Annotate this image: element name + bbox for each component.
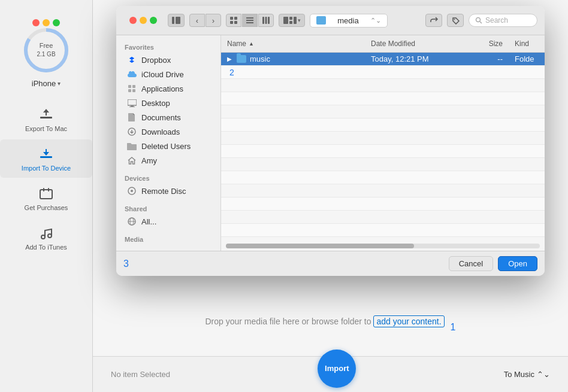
- sort-indicator: ▲: [249, 41, 254, 47]
- sidebar-item-add-to-itunes[interactable]: Add To iTunes: [0, 218, 92, 257]
- list-view-icon: [246, 17, 253, 24]
- file-rows-container: ▶ music Today, 12:21 PM -- Folde: [221, 53, 545, 241]
- sidebar-item-get-purchases[interactable]: Get Purchases: [0, 179, 92, 217]
- desktop-icon: [127, 98, 137, 108]
- svg-rect-11: [43, 188, 44, 192]
- svg-text:Free: Free: [40, 42, 53, 49]
- svg-rect-4: [40, 117, 52, 118]
- share-button[interactable]: [425, 14, 442, 27]
- nav-buttons: ‹ ›: [189, 14, 221, 27]
- location-bar[interactable]: media ⌃⌄: [310, 14, 388, 28]
- all-label: All...: [141, 217, 156, 226]
- sidebar-item-documents[interactable]: Documents: [119, 110, 218, 124]
- close-traffic-light[interactable]: [32, 19, 40, 26]
- svg-rect-16: [176, 17, 180, 24]
- file-row-empty-8[interactable]: [221, 145, 545, 158]
- file-row-empty-9[interactable]: [221, 158, 545, 171]
- modified-column-header[interactable]: Date Modified: [365, 38, 473, 50]
- svg-rect-23: [246, 22, 253, 23]
- svg-rect-7: [40, 156, 52, 158]
- back-button[interactable]: ‹: [189, 14, 205, 27]
- file-open-dialog: ‹ ›: [116, 6, 545, 276]
- folder-arrow-icon: ▶: [227, 56, 233, 62]
- svg-rect-21: [246, 17, 253, 19]
- file-row-music[interactable]: ▶ music Today, 12:21 PM -- Folde: [221, 53, 545, 66]
- dialog-search-bar[interactable]: Search: [469, 14, 537, 27]
- sidebar-item-remote-disc[interactable]: Remote Disc: [119, 184, 218, 198]
- svg-rect-25: [265, 17, 267, 24]
- dialog-minimize-button[interactable]: [140, 17, 147, 24]
- list-view-button[interactable]: [242, 14, 258, 27]
- devices-section-title: Devices: [116, 171, 220, 184]
- search-icon: [475, 17, 482, 24]
- minimize-traffic-light[interactable]: [43, 19, 50, 26]
- file-row-empty-3[interactable]: [221, 79, 545, 92]
- annotation-2-number: 2: [227, 68, 234, 77]
- svg-rect-15: [172, 17, 174, 24]
- sidebar-item-all[interactable]: All...: [119, 214, 218, 229]
- file-row-empty-14[interactable]: [221, 224, 545, 237]
- location-folder-icon: [316, 16, 326, 25]
- column-view-button[interactable]: [258, 14, 274, 27]
- location-chevron-icon: ⌃⌄: [370, 17, 381, 25]
- horizontal-scrollbar[interactable]: [226, 244, 540, 248]
- device-name[interactable]: iPhone ▾: [32, 79, 61, 88]
- svg-rect-19: [230, 21, 233, 24]
- main-content-area: ‹ ›: [93, 0, 568, 392]
- sidebar-item-icloud-drive[interactable]: iCloud Drive: [119, 67, 218, 81]
- kind-column-header[interactable]: Kind: [509, 38, 545, 50]
- panel-toggle-button[interactable]: [168, 14, 185, 27]
- dialog-close-button[interactable]: [129, 17, 137, 24]
- file-row-empty-7[interactable]: [221, 132, 545, 145]
- icloud-label: iCloud Drive: [141, 70, 184, 79]
- svg-rect-12: [48, 188, 49, 192]
- sidebar-item-amy[interactable]: Amy: [119, 153, 218, 168]
- import-to-device-label: Import To Device: [22, 165, 71, 172]
- tag-button[interactable]: [447, 14, 464, 27]
- file-row-empty-13[interactable]: [221, 211, 545, 224]
- forward-button[interactable]: ›: [206, 14, 221, 27]
- import-icon: [38, 145, 55, 162]
- open-button[interactable]: Open: [498, 256, 537, 271]
- applications-icon: [127, 84, 137, 93]
- scrollbar-thumb[interactable]: [226, 244, 414, 248]
- dialog-zoom-button[interactable]: [150, 17, 157, 24]
- sidebar-item-deleted-users[interactable]: Deleted Users: [119, 139, 218, 153]
- music-folder-icon: [237, 55, 246, 63]
- file-row-empty-12[interactable]: [221, 197, 545, 211]
- file-row-2[interactable]: 2: [221, 66, 545, 79]
- file-row-empty-4[interactable]: [221, 92, 545, 105]
- file-row-empty-11[interactable]: [221, 184, 545, 197]
- downloads-label: Downloads: [141, 127, 180, 136]
- add-to-itunes-label: Add To iTunes: [25, 244, 67, 251]
- cancel-button[interactable]: Cancel: [449, 256, 493, 271]
- sidebar-item-downloads[interactable]: Downloads: [119, 124, 218, 139]
- file-dialog-overlay: ‹ ›: [93, 0, 568, 392]
- get-purchases-label: Get Purchases: [25, 204, 68, 211]
- applications-label: Applications: [141, 84, 183, 93]
- icon-view-button[interactable]: [226, 14, 241, 27]
- gallery-view-button[interactable]: ▾: [279, 14, 305, 27]
- export-to-mac-label: Export To Mac: [25, 125, 67, 132]
- sidebar-item-applications[interactable]: Applications: [119, 81, 218, 96]
- sidebar-item-import-to-device[interactable]: Import To Device: [0, 139, 92, 178]
- file-row-empty-6[interactable]: [221, 118, 545, 132]
- maximize-traffic-light[interactable]: [53, 19, 60, 26]
- sidebar-item-desktop[interactable]: Desktop: [119, 96, 218, 110]
- dropbox-icon: [127, 55, 137, 65]
- icloud-icon: [127, 69, 137, 79]
- media-section-title: Media: [116, 232, 220, 245]
- app-sidebar: Free 2.1 GB iPhone ▾ Export To Mac: [0, 0, 93, 392]
- file-row-empty-5[interactable]: [221, 105, 545, 118]
- music-name-cell: ▶ music: [221, 53, 365, 65]
- sidebar-item-export-to-mac[interactable]: Export To Mac: [0, 100, 92, 138]
- gallery-dropdown-icon: ▾: [298, 17, 301, 23]
- svg-rect-30: [294, 17, 297, 24]
- dialog-traffic-lights: [123, 12, 163, 29]
- name-column-header[interactable]: Name ▲: [221, 38, 365, 50]
- size-column-header[interactable]: Size: [473, 38, 509, 50]
- sidebar-item-dropbox[interactable]: Dropbox: [119, 53, 218, 67]
- panel-icon: [172, 17, 180, 24]
- disc-icon: [127, 186, 137, 196]
- file-row-empty-10[interactable]: [221, 171, 545, 184]
